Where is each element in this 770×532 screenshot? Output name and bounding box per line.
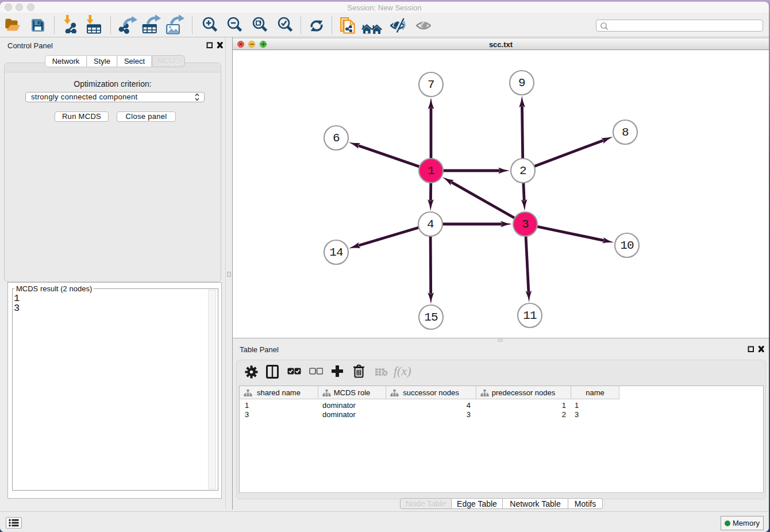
svg-text:6: 6 [333, 132, 340, 145]
svg-text:15: 15 [424, 311, 438, 324]
svg-text:8: 8 [622, 126, 629, 139]
svg-text:10: 10 [620, 239, 634, 252]
svg-text:11: 11 [523, 309, 537, 322]
svg-text:4: 4 [427, 218, 434, 231]
svg-text:9: 9 [518, 76, 525, 90]
svg-text:1: 1 [428, 164, 434, 178]
svg-text:7: 7 [428, 78, 434, 91]
svg-text:14: 14 [329, 246, 343, 259]
svg-text:3: 3 [522, 218, 529, 231]
svg-text:2: 2 [519, 164, 526, 178]
